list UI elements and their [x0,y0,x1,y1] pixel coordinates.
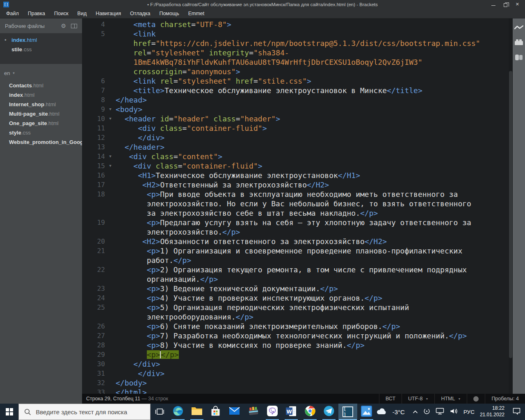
taskbar-app-mail[interactable] [225,404,244,420]
language-indicator[interactable]: РУС [463,409,475,415]
extension-manager-icon[interactable] [514,39,523,47]
minimize-button[interactable] [491,5,495,6]
code-line-32[interactable]: 32</body> [82,378,509,388]
indent-setting[interactable]: Пробелы: 4 [485,394,525,404]
fold-arrow-icon[interactable]: ▼ [105,161,116,171]
taskbar-search[interactable] [18,404,151,420]
code-line-9[interactable]: 9▼<body> [82,105,509,114]
code-line-wrap[interactable]: href="https://cdn.jsdelivr.net/npm/boots… [82,39,509,48]
scrollbar-thumb[interactable] [509,71,512,358]
taskbar-app-word[interactable]: W [282,404,301,420]
code-line-27[interactable]: 27<p>7) Разработка необходимых технологи… [82,331,509,340]
lint-status[interactable] [467,394,485,404]
volume-icon[interactable] [450,408,458,416]
code-editor[interactable]: 4<meta charset="UTF-8">5<linkhref="https… [82,18,509,394]
code-line-28[interactable]: 28<p>8) Участие в комиссиях по проверке … [82,340,509,350]
code-line-14[interactable]: 14▼<div class="content"> [82,152,509,161]
code-line-17[interactable]: 17<H2>Ответственный за электрохозяйство<… [82,180,509,189]
insert-mode-toggle[interactable]: ВСТ [379,394,402,404]
code-line-13[interactable]: 13</header> [82,142,509,152]
menu-поиск[interactable]: Поиск [50,9,73,18]
working-file-index[interactable]: •index.html [0,35,82,45]
code-line-31[interactable]: 31</div> [82,369,509,378]
editor-scrollbar[interactable] [509,18,513,394]
taskbar-app-viber[interactable] [263,404,282,420]
working-file-stile[interactable]: stile.css [0,45,82,54]
project-file-One_page_site[interactable]: One_page_site.html [0,119,82,128]
code-line-24[interactable]: 24<p>4) Участие в проверках инспектирующ… [82,293,509,303]
code-line-5[interactable]: 5<link [82,29,509,39]
weather-cloud-icon[interactable] [376,407,387,416]
encoding-select[interactable]: UTF-8 ▼ [402,394,434,404]
tray-app-icon[interactable] [423,408,430,416]
menu-правка[interactable]: Правка [23,9,50,18]
fold-arrow-icon[interactable]: ▼ [105,114,116,123]
code-line-wrap[interactable]: электрохозяйство. Но если у Вас небольшо… [82,199,509,208]
search-input[interactable] [36,409,138,415]
taskbar-app-edge[interactable] [169,404,187,420]
menu-emmet[interactable]: Emmet [184,9,209,18]
temperature[interactable]: -3°C [393,409,405,415]
code-line-26[interactable]: 26<p>6) Снятие показаний электроизмерите… [82,322,509,331]
close-button[interactable]: ✕ [516,2,519,7]
gear-icon[interactable]: ⚙ [61,23,66,29]
code-line-33[interactable]: 33</html> [82,388,509,394]
code-line-12[interactable]: 12</div> [82,133,509,142]
project-file-Internet_shop[interactable]: Internet_shop.html [0,100,82,109]
project-file-index[interactable]: index.html [0,90,82,100]
fold-arrow-icon[interactable]: ▼ [105,152,116,161]
code-line-21[interactable]: 21<p>1) Оргаганизация и своевременное пр… [82,246,509,256]
code-line-7[interactable]: 7<title>Техническое обслуживание электро… [82,86,509,95]
menu-вид[interactable]: Вид [73,9,91,18]
project-file-Website_promotion_in_Google.[interactable]: Website_promotion_in_Google.html [0,137,82,147]
clock[interactable]: 18:22 21.01.2022 [480,405,504,418]
start-button[interactable] [0,404,18,420]
menu-навигация[interactable]: Навигация [91,9,126,18]
taskbar-app-chrome[interactable] [301,404,320,420]
menu-файл[interactable]: Файл [2,9,23,18]
project-file-style[interactable]: style.css [0,128,82,137]
taskbar-app-photos[interactable] [357,404,376,420]
code-line-30[interactable]: 30</div> [82,359,509,369]
code-line-25[interactable]: 25<p>5) Организация периодических электр… [82,303,509,312]
code-line-4[interactable]: 4<meta charset="UTF-8"> [82,20,509,29]
split-view-icon[interactable] [71,24,77,28]
code-line-wrap[interactable]: за электрохозяйство себе в штат весьма н… [82,208,509,218]
code-line-wrap[interactable]: электрохозяйство.</p> [82,227,509,237]
code-line-wrap[interactable]: crossorigin="anonymous"> [82,67,509,76]
live-preview-icon[interactable] [514,25,523,32]
taskbar-app-store[interactable] [206,404,225,420]
code-line-10[interactable]: 10▼<header id="header" class="header"> [82,114,509,123]
code-line-8[interactable]: 8</head> [82,95,509,105]
code-line-wrap[interactable]: rel="stylesheet" integrity="sha384- [82,48,509,57]
menu-отладка[interactable]: Отладка [126,9,155,18]
notification-center-icon[interactable] [512,407,521,417]
restore-button[interactable] [504,3,507,7]
code-line-wrap[interactable]: электрооборудования.</p> [82,312,509,322]
code-line-15[interactable]: 15▼<div class="container-fluid"> [82,161,509,171]
code-line-11[interactable]: 11<div class="container-fluid"> [82,123,509,133]
taskbar-app-brackets[interactable]: [ ] [338,404,357,420]
code-line-18[interactable]: 18<p>При вводе объекта в эксплуатацию не… [82,189,509,199]
menu-помощь[interactable]: Помощь [155,9,183,18]
code-line-6[interactable]: 6<link rel="stylesheet" href="stile.css"… [82,76,509,86]
snippets-extension-icon[interactable] [515,54,523,63]
code-line-wrap[interactable]: 1BmE4kWBq78iYhFldvKuhfTAU6auU8tT94WrHftj… [82,57,509,67]
taskbar-app-explorer[interactable] [187,404,206,420]
fold-arrow-icon[interactable]: ▼ [105,105,116,114]
taskbar-app-photo-manager[interactable] [244,404,263,420]
network-icon[interactable] [436,408,444,416]
project-dropdown[interactable]: en ▼ [0,68,82,78]
code-line-29[interactable]: 29<p></p> [82,350,509,359]
code-line-16[interactable]: 16<H1>Техническое обслуживание электроус… [82,171,509,180]
language-select[interactable]: HTML ▼ [434,394,467,404]
task-view-button[interactable] [151,404,168,420]
code-line-wrap[interactable]: работ.</p> [82,256,509,265]
tray-chevron-icon[interactable] [413,408,418,415]
code-line-22[interactable]: 22<p>2) Организация текущего ремонта, в … [82,265,509,274]
code-line-19[interactable]: 19<p>Предлагаю услугу взять на себя — эт… [82,218,509,227]
code-line-23[interactable]: 23<p>3) Ведение технической документации… [82,284,509,293]
code-line-wrap[interactable]: организаций.</p> [82,274,509,284]
taskbar-app-telegram[interactable] [320,404,338,420]
project-file-Contacts[interactable]: Contacts.html [0,81,82,90]
